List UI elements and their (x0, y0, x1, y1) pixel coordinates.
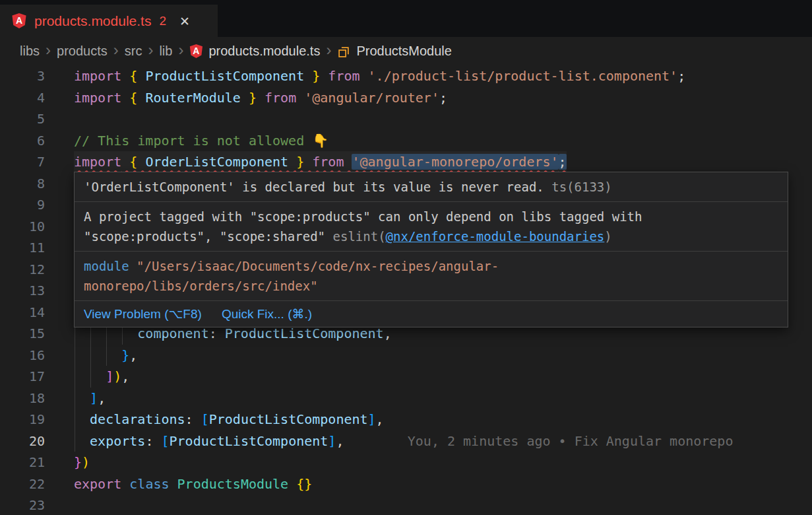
code-text: import { RouterModule } from '@angular/r… (74, 87, 447, 109)
code-line-5[interactable]: 5 (0, 108, 812, 130)
chevron-right-icon: › (46, 42, 51, 58)
class-symbol-icon (337, 46, 350, 59)
hover-text-line: A project tagged with "scope:products" c… (84, 207, 778, 226)
code-text: exports: [ProductListComponent], You, 2 … (74, 430, 733, 452)
indent-guide (122, 327, 123, 345)
code-line-17[interactable]: 17 ]), (0, 366, 812, 388)
hover-section-1: 'OrderListComponent' is declared but its… (75, 172, 788, 202)
code-text: // This import is not allowed 👇 (74, 130, 328, 152)
indent-guide (75, 327, 75, 452)
code-line-4[interactable]: 4import { RouterModule } from '@angular/… (0, 87, 812, 109)
code-line-19[interactable]: 19 declarations: [ProductListComponent], (0, 409, 812, 430)
line-number: 19 (0, 409, 45, 430)
hover-actions: View Problem (⌥F8)Quick Fix... (⌘.) (75, 301, 788, 327)
line-number: 15 (0, 323, 45, 345)
hover-text-line: "scope:products", "scope:shared" eslint(… (84, 226, 778, 246)
code-text: import { ProductListComponent } from './… (74, 65, 685, 87)
eslint-rule-link[interactable]: @nx/enforce-module-boundaries (386, 229, 605, 244)
code-text: ], (74, 388, 106, 409)
chevron-right-icon: › (326, 42, 331, 58)
breadcrumb-item-products[interactable]: products (57, 44, 108, 59)
line-number: 7 (0, 151, 45, 173)
line-number: 4 (0, 87, 45, 109)
quick-fix-action[interactable]: Quick Fix... (⌘.) (222, 306, 312, 322)
line-number: 22 (0, 473, 45, 495)
line-number: 16 (0, 345, 45, 366)
code-line-7[interactable]: 7import { OrderListComponent } from '@an… (0, 151, 812, 173)
tab-bar: A products.module.ts 2 ✕ (0, 0, 812, 37)
hover-section-2: A project tagged with "scope:products" c… (75, 202, 788, 252)
indent-guide (106, 327, 107, 366)
chevron-right-icon: › (148, 42, 153, 58)
view-problem-action[interactable]: View Problem (⌥F8) (84, 306, 202, 322)
editor[interactable]: 3import { ProductListComponent } from '.… (0, 65, 812, 515)
close-icon[interactable]: ✕ (179, 14, 190, 28)
tab-filename: products.module.ts (34, 13, 151, 29)
chevron-right-icon: › (178, 42, 183, 58)
chevron-right-icon: › (113, 42, 119, 58)
angular-icon: A (189, 44, 203, 58)
breadcrumb-file[interactable]: products.module.ts (208, 44, 320, 59)
code-text: }) (74, 452, 90, 473)
line-number: 11 (0, 237, 45, 259)
tab-products-module[interactable]: A products.module.ts 2 ✕ (0, 5, 218, 37)
code-line-20[interactable]: 20 exports: [ProductListComponent], You,… (0, 430, 812, 452)
tab-problem-count-badge: 2 (159, 14, 166, 28)
breadcrumb-item-lib[interactable]: lib (159, 44, 172, 59)
code-text: export class ProductsModule {} (74, 473, 312, 495)
code-line-23[interactable]: 23 (0, 495, 812, 515)
line-number: 20 (0, 430, 45, 452)
breadcrumb: libs›products›src›lib› A products.module… (0, 37, 812, 65)
breadcrumb-symbol[interactable]: ProductsModule (356, 44, 452, 59)
code-line-16[interactable]: 16 }, (0, 345, 812, 366)
code-text: ]), (74, 366, 129, 388)
hover-section-3: module "/Users/isaac/Documents/code/nx-r… (75, 252, 788, 301)
hover-text-line: 'OrderListComponent' is declared but its… (84, 177, 778, 197)
line-number: 3 (0, 65, 45, 87)
line-number: 8 (0, 173, 45, 195)
line-number: 12 (0, 259, 45, 281)
breadcrumb-item-libs[interactable]: libs (20, 44, 40, 59)
line-number: 13 (0, 280, 45, 302)
code-line-18[interactable]: 18 ], (0, 388, 812, 409)
indent-guide (90, 327, 91, 388)
line-number: 23 (0, 495, 45, 515)
code-text: declarations: [ProductListComponent], (74, 409, 384, 430)
breadcrumb-item-src[interactable]: src (125, 44, 142, 59)
line-number: 14 (0, 302, 45, 324)
line-number: 5 (0, 108, 45, 130)
line-number: 6 (0, 130, 45, 152)
hover-text-line: module "/Users/isaac/Documents/code/nx-r… (84, 256, 778, 276)
code-text: import { OrderListComponent } from '@ang… (74, 151, 567, 173)
code-line-22[interactable]: 22export class ProductsModule {} (0, 473, 812, 495)
code-line-6[interactable]: 6// This import is not allowed 👇 (0, 130, 812, 152)
line-number: 10 (0, 216, 45, 238)
line-number: 18 (0, 388, 45, 409)
line-number: 9 (0, 194, 45, 216)
line-number: 21 (0, 452, 45, 473)
code-line-3[interactable]: 3import { ProductListComponent } from '.… (0, 65, 812, 87)
code-line-21[interactable]: 21}) (0, 452, 812, 473)
angular-icon: A (12, 13, 26, 28)
line-number: 17 (0, 366, 45, 388)
hover-popup: 'OrderListComponent' is declared but its… (74, 172, 788, 327)
hover-sections: 'OrderListComponent' is declared but its… (75, 172, 788, 301)
hover-text-line: monorepo/libs/orders/src/index" (84, 276, 778, 296)
